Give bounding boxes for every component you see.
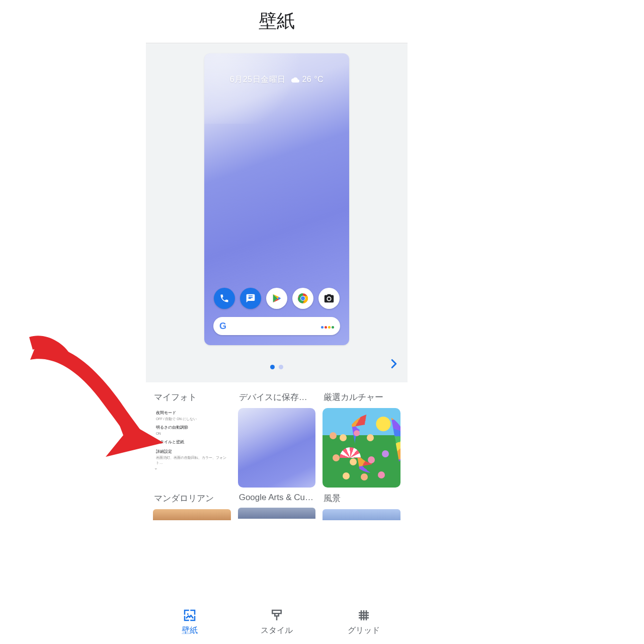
nav-label: 壁紙 xyxy=(182,625,198,636)
wallpaper-icon xyxy=(182,608,197,622)
weather-date: 6月25日金曜日 xyxy=(230,75,286,84)
next-preview-button[interactable] xyxy=(386,356,401,373)
bottom-nav: 壁紙 スタイル グリッド xyxy=(146,600,408,644)
weather-widget: 6月25日金曜日 26 °C xyxy=(204,74,349,85)
play-store-app-icon xyxy=(266,288,287,309)
style-icon xyxy=(269,608,284,622)
pager-dots[interactable] xyxy=(270,365,283,369)
nav-label: グリッド xyxy=(348,625,380,636)
wallpaper-categories: マイフォト 夜間モードOFF / 自動で ON にしない 明るさの自動調節ON … xyxy=(146,382,408,524)
svg-point-4 xyxy=(187,613,188,615)
category-title: Google Arts & Cult... xyxy=(238,492,316,508)
phone-app-icon xyxy=(214,288,235,309)
app-dock xyxy=(204,288,349,309)
category-my-photos[interactable]: マイフォト 夜間モードOFF / 自動で ON にしない 明るさの自動調節ON … xyxy=(153,390,231,488)
category-thumbnail xyxy=(153,509,231,520)
wallpaper-preview-area: 6月25日金曜日 26 °C xyxy=(146,43,408,382)
nav-wallpaper[interactable]: 壁紙 xyxy=(146,600,233,644)
category-thumbnail xyxy=(323,509,400,520)
category-on-device[interactable]: デバイスに保存され... xyxy=(238,390,316,488)
page-title: 壁紙 xyxy=(146,0,408,43)
camera-app-icon xyxy=(318,288,340,309)
nav-label: スタイル xyxy=(261,625,293,636)
category-thumbnail: 夜間モードOFF / 自動で ON にしない 明るさの自動調節ON スタイルと壁… xyxy=(153,408,231,488)
preview-pager xyxy=(146,359,408,374)
category-title: 風景 xyxy=(323,492,400,509)
grid-icon xyxy=(356,608,371,622)
svg-rect-5 xyxy=(272,610,281,613)
category-title: デバイスに保存され... xyxy=(238,390,316,408)
weather-temp: 26 °C xyxy=(302,75,324,84)
category-thumbnail xyxy=(323,408,400,488)
category-mandalorian[interactable]: マンダロリアン xyxy=(153,492,231,520)
nav-grid[interactable]: グリッド xyxy=(320,600,408,644)
category-google-arts[interactable]: Google Arts & Cult... xyxy=(238,492,316,520)
category-curated-culture[interactable]: 厳選カルチャー xyxy=(323,390,400,488)
google-search-bar: G xyxy=(213,317,340,335)
pager-dot-2[interactable] xyxy=(279,365,283,369)
category-title: マイフォト xyxy=(153,390,231,408)
category-title: 厳選カルチャー xyxy=(323,390,400,408)
weather-cloud-icon xyxy=(291,76,300,85)
category-landscape[interactable]: 風景 xyxy=(323,492,400,520)
messages-app-icon xyxy=(240,288,261,309)
category-thumbnail xyxy=(238,508,316,519)
category-thumbnail xyxy=(238,408,316,488)
home-screen-preview[interactable]: 6月25日金曜日 26 °C xyxy=(204,53,349,345)
chevron-down-icon: ⌄ xyxy=(154,464,158,471)
nav-style[interactable]: スタイル xyxy=(233,600,320,644)
assistant-icon xyxy=(320,321,334,331)
pager-dot-1[interactable] xyxy=(270,365,275,369)
svg-point-3 xyxy=(301,296,305,300)
google-logo-icon: G xyxy=(219,321,226,332)
category-title: マンダロリアン xyxy=(153,492,231,509)
wallpaper-picker-screen: 壁紙 6月25日金曜日 26 °C xyxy=(146,0,408,644)
chrome-app-icon xyxy=(292,288,313,309)
